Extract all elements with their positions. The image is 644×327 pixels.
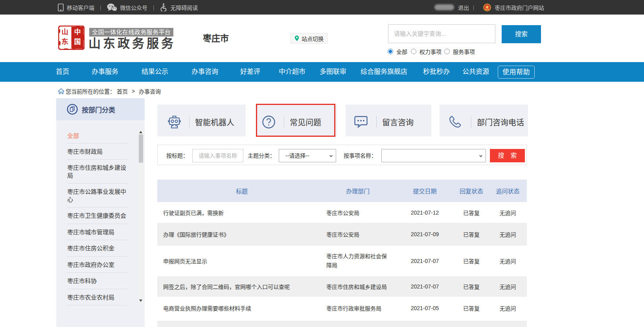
- svg-text:中: 中: [74, 28, 81, 36]
- svg-text:国: 国: [74, 38, 81, 46]
- svg-text:山: 山: [62, 28, 68, 36]
- svg-text:东: 东: [62, 38, 68, 46]
